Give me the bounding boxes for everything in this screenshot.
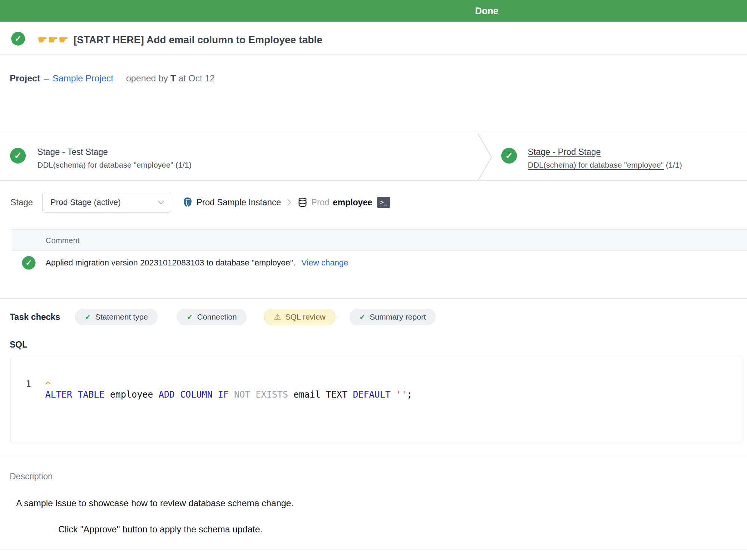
project-row: Project–Sample Projectopened by T at Oct… xyxy=(10,73,215,84)
project-separator: – xyxy=(44,73,49,83)
sql-code: ALTER TABLE employee ADD COLUMN IF NOT E… xyxy=(45,389,412,400)
stage-prod-check-icon: ✓ xyxy=(501,148,517,164)
check-pill-connection[interactable]: ✓ Connection xyxy=(177,309,247,325)
comment-success-check-icon: ✓ xyxy=(22,256,35,270)
section-divider xyxy=(0,298,747,299)
breadcrumb-chevron-icon xyxy=(286,198,292,207)
stage-test-subtitle: DDL(schema) for database "employee" (1/1… xyxy=(37,161,192,169)
comment-text: Applied migration version 20231012083103… xyxy=(46,258,295,267)
stage-item-test[interactable]: ✓ Stage - Test Stage DDL(schema) for dat… xyxy=(0,133,477,181)
comment-table-header: Comment xyxy=(11,230,747,251)
issue-title-text: [START HERE] Add email column to Employe… xyxy=(74,34,322,46)
environment-label: Prod xyxy=(311,197,329,208)
description-label: Description xyxy=(10,472,53,482)
check-icon: ✓ xyxy=(85,312,91,321)
stage-test-title: Stage - Test Stage xyxy=(37,147,108,157)
sql-editor-console-icon[interactable]: >_ xyxy=(377,197,390,208)
stage-prod-title[interactable]: Stage - Prod Stage xyxy=(528,147,601,157)
comment-table: Comment ✓ Applied migration version 2023… xyxy=(11,229,747,275)
stage-pipeline: ✓ Stage - Test Stage DDL(schema) for dat… xyxy=(0,133,747,181)
issue-done-check-icon: ✓ xyxy=(11,32,25,46)
stage-select-value: Prod Stage (active) xyxy=(50,197,121,207)
stage-item-prod[interactable]: ✓ Stage - Prod Stage DDL(schema) for dat… xyxy=(501,133,747,181)
line-number: 1 xyxy=(26,379,35,389)
database-icon xyxy=(297,197,308,208)
description-bottom-divider xyxy=(0,550,747,550)
stage-selector-label: Stage xyxy=(10,192,33,213)
view-change-link[interactable]: View change xyxy=(301,258,348,267)
check-pill-summary-report[interactable]: ✓ Summary report xyxy=(350,309,436,325)
description-top-divider xyxy=(0,455,747,455)
description-paragraph: Click "Approve" button to apply the sche… xyxy=(58,524,263,535)
check-pill-statement-type[interactable]: ✓ Statement type xyxy=(75,309,158,325)
issue-page: Done ✓ ☛☛☛[START HERE] Add email column … xyxy=(0,0,747,560)
stage-prod-subtitle[interactable]: DDL(schema) for database "employee" (1/1… xyxy=(528,161,682,169)
chevron-down-icon xyxy=(157,200,165,205)
stage-separator-chevron-icon xyxy=(477,133,494,181)
issue-status-done-label: Done xyxy=(475,0,499,22)
pointing-finger-emoji: ☛☛☛ xyxy=(38,34,69,46)
sql-warning-squiggle-icon xyxy=(45,381,53,385)
warning-triangle-icon: ⚠ xyxy=(274,312,281,322)
sql-statement-line: 1 ALTER TABLE employee ADD COLUMN IF NOT… xyxy=(11,368,43,410)
project-name-link[interactable]: Sample Project xyxy=(53,73,114,83)
project-label: Project xyxy=(10,73,40,83)
sql-editor: 1 ALTER TABLE employee ADD COLUMN IF NOT… xyxy=(10,357,741,442)
sql-section-label: SQL xyxy=(10,340,27,350)
check-pill-sql-review[interactable]: ⚠ SQL review xyxy=(264,309,335,325)
check-icon: ✓ xyxy=(359,312,366,321)
creator-name: T xyxy=(170,73,176,83)
opened-at-label: at Oct 12 xyxy=(179,73,215,83)
comment-row: ✓ Applied migration version 202310120831… xyxy=(11,251,747,275)
opened-by-label: opened by xyxy=(126,73,168,83)
database-name-link[interactable]: employee xyxy=(333,197,372,208)
stage-test-check-icon: ✓ xyxy=(10,148,26,164)
title-divider xyxy=(0,55,747,55)
database-breadcrumb: Prod Sample Instance Prod employee >_ xyxy=(182,192,390,213)
stage-select-dropdown[interactable]: Prod Stage (active) xyxy=(42,192,171,213)
issue-status-bar: Done xyxy=(0,0,747,22)
instance-name-link[interactable]: Prod Sample Instance xyxy=(196,197,281,208)
check-icon: ✓ xyxy=(187,312,193,321)
postgresql-icon xyxy=(182,196,193,208)
task-checks-label: Task checks xyxy=(10,309,60,325)
description-paragraph: A sample issue to showcase how to review… xyxy=(16,498,294,508)
issue-title: ☛☛☛[START HERE] Add email column to Empl… xyxy=(38,33,322,46)
